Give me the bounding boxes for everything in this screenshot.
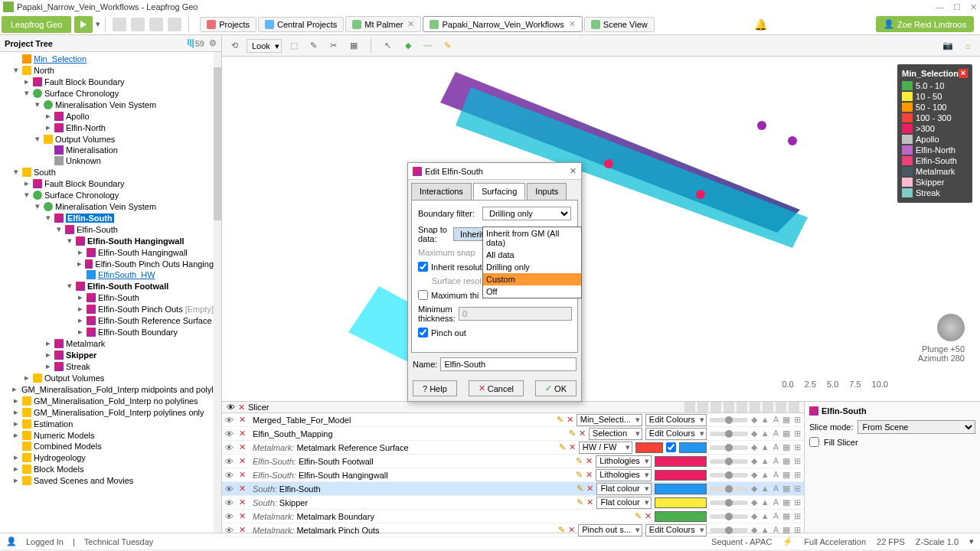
- style-select[interactable]: Pinch out s...: [578, 524, 642, 536]
- tool-icon[interactable]: ▦: [346, 38, 361, 54]
- style-select[interactable]: Flat colour: [596, 483, 651, 495]
- project-tree[interactable]: Min_Selection ▾North ▸Fault Block Bounda…: [0, 52, 221, 533]
- tree-menu-icon[interactable]: ⚙: [209, 38, 217, 48]
- document-tab[interactable]: Central Projects: [258, 17, 344, 32]
- edit-icon[interactable]: ✎: [635, 511, 642, 521]
- layer-row[interactable]: 👁 ✕ Metalmark:Metalmark Boundary ✎ ✕ ◆▲A…: [222, 510, 804, 523]
- edit-icon[interactable]: ✎: [577, 484, 583, 494]
- toolbar-icon[interactable]: [168, 18, 181, 31]
- dialog-tab[interactable]: Inputs: [527, 183, 567, 200]
- status-zscale[interactable]: Z-Scale 1.0: [916, 537, 959, 546]
- visibility-icon[interactable]: 👁: [225, 512, 236, 521]
- tool-icon[interactable]: ◆: [400, 38, 416, 54]
- opacity-slider[interactable]: [710, 418, 748, 422]
- layer-tool-icons[interactable]: ◆▲A▦⊞: [751, 456, 801, 466]
- layer-tool-icons[interactable]: ◆▲A▦⊞: [751, 415, 801, 425]
- layer-tool-icons[interactable]: ◆▲A▦⊞: [751, 442, 801, 452]
- style-select[interactable]: Lithologies: [596, 455, 652, 468]
- remove-icon[interactable]: ✕: [239, 497, 250, 507]
- run-button[interactable]: [74, 16, 93, 33]
- dialog-tab[interactable]: Surfacing: [473, 183, 525, 200]
- visibility-icon[interactable]: 👁: [225, 457, 236, 466]
- layer-row[interactable]: 👁 ✕ South:Elfin-South ✎ ✕ Flat colour ◆▲…: [222, 482, 804, 496]
- color-swatch[interactable]: [655, 511, 707, 522]
- boundary-filter-select[interactable]: Drilling only: [482, 207, 571, 220]
- document-tab[interactable]: Projects: [200, 17, 256, 32]
- layer-row[interactable]: 👁 ✕ Elfin-South:Elfin-South Hangingwall …: [222, 468, 804, 482]
- color-swatch[interactable]: [655, 484, 707, 494]
- opacity-slider[interactable]: [710, 500, 748, 505]
- remove-icon[interactable]: ✕: [239, 442, 250, 452]
- tab-close-icon[interactable]: ✕: [407, 19, 414, 29]
- style-select[interactable]: HW / FW: [579, 442, 632, 454]
- edit-icon[interactable]: ✎: [577, 497, 583, 507]
- opacity-slider[interactable]: [710, 487, 748, 491]
- camera-icon[interactable]: 📷: [940, 38, 956, 54]
- opacity-slider[interactable]: [710, 528, 748, 533]
- layer-tool-icons[interactable]: ◆▲A▦⊞: [751, 470, 801, 480]
- edit-icon[interactable]: ✎: [558, 525, 565, 535]
- dropdown-option[interactable]: Inherit from GM (All data): [483, 227, 581, 249]
- layer-row[interactable]: 👁 ✕ Metalmark:Metalmark Reference Surfac…: [222, 441, 804, 455]
- tool-icon[interactable]: 〰: [420, 38, 436, 54]
- style-select[interactable]: Min_Selecti...: [577, 414, 642, 426]
- close-icon[interactable]: ✕: [970, 2, 977, 12]
- dialog-titlebar[interactable]: Edit Elfin-South ✕: [408, 163, 581, 180]
- slice-mode-select[interactable]: From Scene: [858, 420, 975, 434]
- layer-tools[interactable]: [684, 402, 799, 412]
- legend-close-icon[interactable]: ×: [959, 69, 968, 78]
- color-checkbox[interactable]: [666, 442, 676, 452]
- remove-icon[interactable]: ✕: [239, 484, 250, 494]
- opacity-slider[interactable]: [710, 514, 748, 519]
- delete-icon[interactable]: ✕: [586, 456, 593, 466]
- reset-view-icon[interactable]: ⟲: [227, 38, 242, 54]
- delete-icon[interactable]: ✕: [645, 511, 652, 521]
- color-edit-button[interactable]: Edit Colours: [645, 524, 707, 536]
- dialog-close-icon[interactable]: ✕: [570, 166, 577, 176]
- layer-row[interactable]: 👁 ✕ Elfin_South_Mapping ✎ ✕ Selection Ed…: [222, 427, 804, 441]
- window-controls[interactable]: — ☐ ✕: [936, 2, 977, 12]
- layer-tool-icons[interactable]: ◆▲A▦⊞: [751, 511, 801, 521]
- edit-icon[interactable]: ✎: [569, 429, 576, 439]
- compass[interactable]: Plunge +50 Azimuth 280: [918, 314, 965, 363]
- visibility-icon[interactable]: 👁: [225, 484, 236, 494]
- layer-tool-icons[interactable]: ◆▲A▦⊞: [751, 497, 801, 507]
- color-edit-button[interactable]: Edit Colours: [645, 414, 707, 426]
- tab-close-icon[interactable]: ✕: [569, 19, 576, 29]
- edit-icon[interactable]: ✎: [557, 415, 564, 425]
- document-tab[interactable]: Papaki_Narrow_Vein_Workflows✕: [423, 16, 582, 32]
- opacity-slider[interactable]: [710, 445, 748, 450]
- tool-icon[interactable]: ✂: [326, 38, 341, 54]
- run-dropdown-icon[interactable]: ▾: [96, 19, 100, 29]
- document-tab[interactable]: Scene View: [584, 17, 655, 32]
- snap-dropdown-list[interactable]: Inherit from GM (All data)All dataDrilli…: [482, 227, 582, 298]
- edit-icon[interactable]: ✎: [559, 442, 566, 452]
- visibility-icon[interactable]: 👁: [225, 526, 236, 535]
- layer-tool-icons[interactable]: ◆▲A▦⊞: [751, 429, 801, 439]
- minimize-icon[interactable]: —: [936, 2, 944, 12]
- name-input[interactable]: [440, 357, 577, 371]
- layer-tool-icons[interactable]: ◆▲A▦⊞: [751, 525, 801, 535]
- tool-icon[interactable]: ✎: [440, 38, 456, 54]
- layer-row[interactable]: 👁 ✕ Merged_Table_For_Model ✎ ✕ Min_Selec…: [222, 413, 804, 427]
- remove-icon[interactable]: ✕: [239, 525, 250, 535]
- delete-icon[interactable]: ✕: [567, 415, 573, 425]
- pointer-icon[interactable]: ↖: [381, 38, 396, 54]
- remove-icon[interactable]: ✕: [239, 415, 250, 425]
- delete-icon[interactable]: ✕: [586, 497, 593, 507]
- dropdown-option[interactable]: Off: [483, 285, 581, 298]
- delete-icon[interactable]: ✕: [579, 429, 586, 439]
- tool-icon[interactable]: ✎: [306, 38, 322, 54]
- dialog-tab[interactable]: Interactions: [411, 183, 472, 200]
- user-badge[interactable]: 👤 Zoe Reid Lindroos: [876, 16, 974, 32]
- opacity-slider[interactable]: [710, 432, 748, 436]
- look-dropdown[interactable]: Look▾: [247, 39, 282, 53]
- layer-tool-icons[interactable]: ◆▲A▦⊞: [751, 484, 801, 494]
- color-swatch[interactable]: [655, 497, 707, 508]
- visibility-icon[interactable]: 👁: [225, 443, 236, 452]
- color-swatch[interactable]: [635, 442, 663, 453]
- visibility-icon[interactable]: 👁: [225, 471, 236, 480]
- document-tab[interactable]: Mt Palmer✕: [345, 16, 421, 32]
- tool-icon[interactable]: ⬚: [286, 38, 302, 54]
- compass-ball-icon[interactable]: [937, 314, 965, 341]
